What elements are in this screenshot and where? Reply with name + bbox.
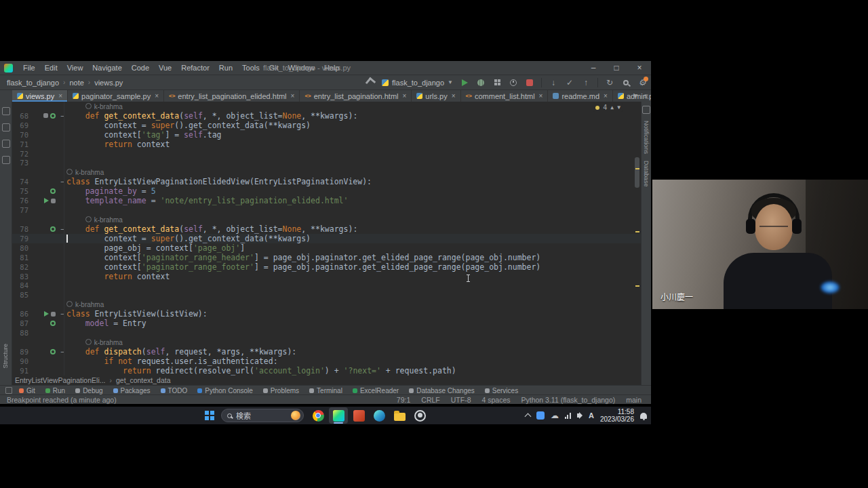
- minimize-button[interactable]: –: [582, 61, 605, 75]
- code-line[interactable]: 88: [12, 328, 641, 338]
- menu-run[interactable]: Run: [214, 61, 237, 75]
- toolwindow-todo[interactable]: TODO: [161, 387, 188, 394]
- close-icon[interactable]: ×: [539, 92, 543, 100]
- fold-marker[interactable]: −: [58, 348, 66, 355]
- project-tool-icon[interactable]: [2, 107, 10, 115]
- onedrive-cloud-icon[interactable]: ☁: [551, 411, 559, 420]
- debug-button[interactable]: [477, 79, 484, 86]
- toolwindow-database-changes[interactable]: Database Changes: [409, 387, 475, 394]
- fold-marker[interactable]: −: [58, 226, 66, 232]
- breadcrumb-item-flask-to-django[interactable]: flask_to_django: [5, 79, 60, 87]
- fold-marker[interactable]: −: [58, 178, 66, 185]
- tray-overflow-icon[interactable]: [525, 413, 532, 420]
- menu-navigate[interactable]: Navigate: [87, 61, 126, 75]
- code-line[interactable]: 69 context = super().get_context_data(**…: [12, 121, 641, 130]
- close-icon[interactable]: ×: [291, 92, 295, 100]
- toolwindow-problems[interactable]: Problems: [263, 387, 299, 394]
- code-line[interactable]: 79 context = super().get_context_data(**…: [12, 234, 641, 243]
- code-line[interactable]: 73: [12, 159, 641, 168]
- tab-views-py[interactable]: views.py×: [12, 90, 68, 102]
- run-button[interactable]: [462, 79, 468, 86]
- code-line[interactable]: 71 return context: [12, 140, 641, 149]
- code-line[interactable]: 68− def get_context_data(self, *, object…: [12, 111, 641, 121]
- maximize-button[interactable]: □: [605, 61, 628, 75]
- code-line[interactable]: 70 context['tag'] = self.tag: [12, 130, 641, 140]
- toolwindow-terminal[interactable]: Terminal: [309, 387, 342, 394]
- bookmarks-tool-icon[interactable]: [2, 156, 10, 164]
- close-icon[interactable]: ×: [452, 92, 456, 100]
- toolwindow-packages[interactable]: Packages: [113, 387, 151, 394]
- breadcrumb-item-views-py[interactable]: views.py: [93, 79, 124, 87]
- tab-comment-list-html[interactable]: comment_list.html×: [461, 90, 549, 102]
- code-line[interactable]: 87 model = Entry: [12, 319, 641, 328]
- tab-entry-list-pagination-html[interactable]: entry_list_pagination.html×: [300, 90, 412, 102]
- run-marker-icon[interactable]: [44, 311, 49, 317]
- network-icon[interactable]: [565, 413, 571, 419]
- override-marker-icon[interactable]: [50, 321, 56, 326]
- prev-warning-icon[interactable]: ▲: [610, 104, 614, 110]
- tray-app-icon[interactable]: [536, 411, 545, 420]
- close-icon[interactable]: ×: [155, 92, 159, 100]
- pull-requests-tool-icon[interactable]: [2, 140, 10, 148]
- inlay-row[interactable]: k-brahma: [12, 300, 641, 309]
- code-line[interactable]: 78− def get_context_data(self, *, object…: [12, 224, 641, 234]
- toolwindow-services[interactable]: Services: [485, 387, 518, 394]
- tab-entry-list-pagination-elided-html[interactable]: entry_list_pagination_elided.html×: [164, 90, 300, 102]
- menu-edit[interactable]: Edit: [40, 61, 62, 75]
- hidden-tabs-icon[interactable]: ▼: [632, 92, 639, 100]
- toolwindow-excelreader[interactable]: ExcelReader: [353, 387, 399, 394]
- taskbar-obs[interactable]: [410, 407, 429, 424]
- menu-vue[interactable]: Vue: [154, 61, 176, 75]
- code-line[interactable]: 91 return redirect(resolve_url('account_…: [12, 366, 641, 375]
- gutter-marker-icon[interactable]: [51, 312, 56, 317]
- status-79-1[interactable]: 79:1: [397, 396, 410, 404]
- inlay-row[interactable]: k-brahma: [12, 338, 641, 347]
- profiler-icon[interactable]: [510, 79, 517, 86]
- status-4-spaces[interactable]: 4 spaces: [481, 396, 510, 404]
- code-line[interactable]: 89− def dispatch(self, request, *args, *…: [12, 347, 641, 357]
- menu-file[interactable]: File: [18, 61, 40, 75]
- code-line[interactable]: 74−class EntryListViewPaginationElidedVi…: [12, 177, 641, 186]
- close-icon[interactable]: ×: [604, 92, 608, 100]
- toolwindow-debug[interactable]: Debug: [75, 387, 102, 394]
- volume-icon[interactable]: [577, 413, 580, 418]
- fold-marker[interactable]: −: [58, 113, 66, 119]
- tab-readme-md[interactable]: readme.md×: [548, 90, 612, 102]
- gradle-tool-icon[interactable]: [642, 106, 650, 114]
- weather-widget-icon[interactable]: [291, 411, 300, 420]
- code-line[interactable]: 86−class EntryListView(ListView):: [12, 309, 641, 319]
- ime-indicator[interactable]: A: [589, 411, 594, 420]
- clock-widget[interactable]: 11:58 2023/03/26: [600, 408, 634, 423]
- coverage-icon[interactable]: [494, 79, 500, 85]
- code-line[interactable]: 82 context['paginator_range_footer'] = p…: [12, 262, 641, 272]
- taskbar-file-explorer[interactable]: [390, 407, 409, 424]
- build-hammer-icon[interactable]: [365, 77, 375, 87]
- code-line[interactable]: 77: [12, 205, 641, 215]
- tab-paginator-sample-py[interactable]: paginator_sample.py×: [68, 90, 164, 102]
- settings-gear-icon[interactable]: ⚙: [638, 78, 646, 87]
- taskbar-edge[interactable]: [370, 407, 389, 424]
- vcs-update-icon[interactable]: ↓: [549, 78, 558, 87]
- status-crlf[interactable]: CRLF: [421, 396, 439, 404]
- status-utf-8[interactable]: UTF-8: [451, 396, 471, 404]
- notification-bell-icon[interactable]: [640, 413, 647, 419]
- menu-code[interactable]: Code: [127, 61, 154, 75]
- inlay-row[interactable]: k-brahma: [12, 167, 641, 177]
- close-icon[interactable]: ×: [403, 92, 407, 100]
- code-line[interactable]: 72: [12, 149, 641, 159]
- structure-tool-button[interactable]: Structure: [2, 344, 9, 369]
- taskbar-pycharm[interactable]: [329, 407, 348, 424]
- fold-marker[interactable]: −: [58, 310, 66, 317]
- tool-window-toggle-icon[interactable]: [5, 387, 12, 394]
- database-tool-button[interactable]: Database: [643, 161, 650, 187]
- code-line[interactable]: 83 return context: [12, 272, 641, 281]
- commit-tool-icon[interactable]: [2, 123, 10, 131]
- vcs-commit-icon[interactable]: ✓: [565, 78, 574, 87]
- gutter-marker-icon[interactable]: [43, 113, 48, 118]
- toolwindow-python-console[interactable]: Python Console: [197, 387, 253, 394]
- status-python-3-11-flask-to-django[interactable]: Python 3.11 (flask_to_django): [521, 396, 616, 404]
- taskbar-office-app[interactable]: [349, 407, 368, 424]
- code-editor[interactable]: k-brahma68− def get_context_data(self, *…: [12, 102, 641, 375]
- inlay-row[interactable]: k-brahma: [12, 215, 641, 224]
- menu-view[interactable]: View: [62, 61, 88, 75]
